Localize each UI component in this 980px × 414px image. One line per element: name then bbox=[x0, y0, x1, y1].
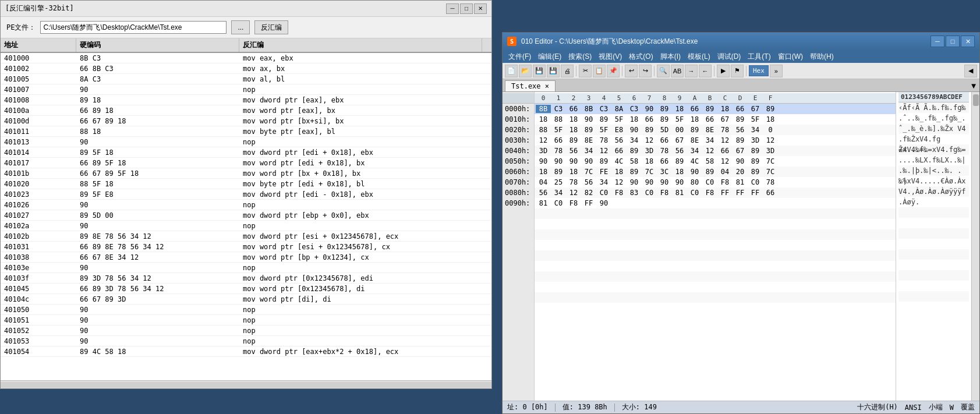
hex-byte[interactable]: 89 bbox=[657, 115, 672, 123]
hex-byte[interactable]: 34 bbox=[627, 136, 642, 144]
editor-close-button[interactable]: ✕ bbox=[961, 36, 975, 47]
hex-byte[interactable]: C3 bbox=[596, 105, 611, 113]
asm-table-body[interactable]: 401000 8B C3 mov eax, ebx 401002 66 8B C… bbox=[1, 53, 491, 380]
hex-byte[interactable]: 90 bbox=[627, 126, 642, 134]
left-close-button[interactable]: ✕ bbox=[474, 3, 487, 14]
hex-byte[interactable]: 67 bbox=[733, 147, 748, 155]
hex-byte[interactable]: 89 bbox=[642, 126, 657, 134]
hex-byte[interactable]: 89 bbox=[748, 157, 763, 165]
hex-byte[interactable]: 8B bbox=[581, 105, 596, 113]
left-maximize-button[interactable]: □ bbox=[460, 3, 473, 14]
hex-byte[interactable]: 90 bbox=[672, 178, 687, 186]
hex-data-row[interactable]: 56341282C0F883C0F881C0F8FFFFFF66 bbox=[535, 187, 896, 198]
hex-byte[interactable]: 78 bbox=[717, 126, 733, 134]
hex-byte[interactable]: 88 bbox=[551, 115, 566, 123]
hex-data-row[interactable]: 8BC3668BC38AC3908918668918666789 bbox=[535, 104, 896, 114]
hex-byte[interactable]: FF bbox=[733, 189, 748, 197]
hex-byte[interactable]: C3 bbox=[627, 105, 642, 113]
hex-byte[interactable]: 8B bbox=[536, 105, 551, 113]
hex-byte[interactable]: 04 bbox=[717, 168, 733, 176]
save-all-button[interactable]: 💾 bbox=[547, 65, 560, 77]
hex-byte[interactable]: 34 bbox=[596, 178, 611, 186]
hex-byte[interactable]: 5D bbox=[657, 126, 672, 134]
hex-byte[interactable]: 18 bbox=[763, 115, 778, 123]
table-row[interactable]: 401045 66 89 3D 78 56 34 12 mov word ptr… bbox=[1, 284, 491, 294]
hex-byte[interactable]: 3D bbox=[763, 147, 778, 155]
hex-byte[interactable]: 90 bbox=[642, 178, 657, 186]
hex-data-row[interactable]: 1889187CFE18897C3C1890890420897C bbox=[535, 167, 896, 177]
open-button[interactable]: 📂 bbox=[519, 65, 532, 77]
table-row[interactable]: 401005 8A C3 mov al, bl bbox=[1, 74, 491, 84]
hex-byte[interactable]: 89 bbox=[596, 157, 611, 165]
table-row[interactable]: 401020 88 5F 18 mov byte ptr [edi + 0x18… bbox=[1, 179, 491, 189]
hex-byte[interactable]: 78 bbox=[566, 178, 581, 186]
hex-byte[interactable]: 34 bbox=[581, 147, 596, 155]
hex-byte[interactable]: 89 bbox=[763, 105, 778, 113]
hex-byte[interactable]: 4C bbox=[611, 157, 627, 165]
table-row[interactable]: 401014 89 5F 18 mov dword ptr [edi + 0x1… bbox=[1, 147, 491, 158]
hex-byte[interactable]: E8 bbox=[611, 126, 627, 134]
hex-byte[interactable]: 12 bbox=[596, 147, 611, 155]
hex-byte[interactable]: 8A bbox=[611, 105, 627, 113]
menu-item[interactable]: 模板(L) bbox=[684, 51, 714, 62]
menu-item[interactable]: 视图(V) bbox=[595, 51, 625, 62]
hex-byte[interactable]: 81 bbox=[733, 178, 748, 186]
hex-vertical-scrollbar[interactable] bbox=[971, 92, 979, 401]
hex-byte[interactable]: 66 bbox=[657, 136, 672, 144]
hex-byte[interactable]: 3D bbox=[642, 147, 657, 155]
menu-item[interactable]: 帮助(H) bbox=[806, 51, 837, 62]
find-button[interactable]: 🔍 bbox=[657, 65, 670, 77]
menu-item[interactable]: 编辑(E) bbox=[535, 51, 565, 62]
table-row[interactable]: 40103f 89 3D 78 56 34 12 mov dword ptr [… bbox=[1, 273, 491, 284]
hex-byte[interactable]: 90 bbox=[536, 157, 551, 165]
table-row[interactable]: 40102a 90 nop bbox=[1, 221, 491, 231]
hex-byte[interactable]: 58 bbox=[627, 157, 642, 165]
hex-byte[interactable]: 00 bbox=[672, 126, 687, 134]
hex-byte[interactable]: 89 bbox=[702, 168, 717, 176]
table-row[interactable]: 40102b 89 8E 78 56 34 12 mov dword ptr [… bbox=[1, 231, 491, 242]
table-row[interactable]: 401038 66 67 8E 34 12 mov word ptr [bp +… bbox=[1, 252, 491, 263]
hex-byte[interactable]: 90 bbox=[627, 178, 642, 186]
hex-byte[interactable]: 90 bbox=[596, 199, 611, 207]
print-button[interactable]: 🖨 bbox=[561, 65, 574, 77]
hex-byte[interactable]: FF bbox=[581, 199, 596, 207]
hex-byte[interactable]: C0 bbox=[551, 199, 566, 207]
hex-byte[interactable]: 78 bbox=[596, 136, 611, 144]
hex-byte[interactable]: 34 bbox=[702, 136, 717, 144]
hex-byte[interactable]: 89 bbox=[672, 157, 687, 165]
hex-byte[interactable]: 18 bbox=[566, 168, 581, 176]
hex-byte[interactable]: F8 bbox=[657, 189, 672, 197]
menu-item[interactable]: 文件(F) bbox=[505, 51, 535, 62]
hex-byte[interactable]: 89 bbox=[627, 147, 642, 155]
hex-byte[interactable]: F8 bbox=[566, 199, 581, 207]
table-row[interactable]: 401008 89 18 mov dword ptr [eax], ebx bbox=[1, 95, 491, 105]
hex-byte[interactable]: 12 bbox=[536, 136, 551, 144]
hex-byte[interactable]: 3D bbox=[748, 136, 763, 144]
table-row[interactable]: 40104c 66 67 89 3D mov word ptr [di], di bbox=[1, 294, 491, 305]
table-row[interactable]: 401051 90 nop bbox=[1, 315, 491, 325]
hex-byte[interactable]: 56 bbox=[536, 189, 551, 197]
hex-byte[interactable]: 5F bbox=[748, 115, 763, 123]
hex-byte[interactable]: 82 bbox=[581, 189, 596, 197]
hex-byte[interactable]: C0 bbox=[748, 178, 763, 186]
hex-byte[interactable]: 78 bbox=[763, 178, 778, 186]
hex-byte[interactable]: 67 bbox=[717, 115, 733, 123]
replace-button[interactable]: AB bbox=[671, 65, 684, 77]
table-row[interactable]: 401007 90 nop bbox=[1, 84, 491, 95]
bookmark-button[interactable]: ⚑ bbox=[731, 65, 744, 77]
table-row[interactable]: 401053 90 nop bbox=[1, 336, 491, 346]
table-row[interactable]: 401054 89 4C 58 18 mov dword ptr [eax+eb… bbox=[1, 346, 491, 357]
hex-byte[interactable]: 34 bbox=[687, 147, 702, 155]
hex-byte[interactable]: 78 bbox=[551, 147, 566, 155]
hex-byte[interactable]: 56 bbox=[611, 136, 627, 144]
hex-byte[interactable]: 89 bbox=[748, 147, 763, 155]
menu-item[interactable]: 窗口(W) bbox=[774, 51, 806, 62]
hex-byte[interactable]: 18 bbox=[566, 126, 581, 134]
hex-byte[interactable]: 89 bbox=[627, 168, 642, 176]
hex-byte[interactable]: 34 bbox=[748, 126, 763, 134]
hex-byte[interactable]: FF bbox=[748, 189, 763, 197]
table-row[interactable]: 401000 8B C3 mov eax, ebx bbox=[1, 53, 491, 63]
hex-byte[interactable]: 89 bbox=[581, 126, 596, 134]
menu-item[interactable]: 工具(T) bbox=[744, 51, 774, 62]
hex-byte[interactable]: 18 bbox=[566, 115, 581, 123]
